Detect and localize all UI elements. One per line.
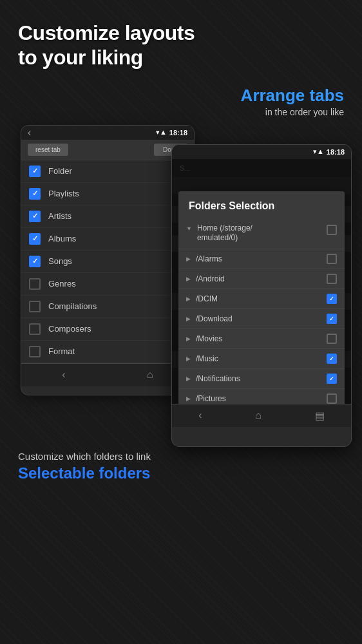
folder-list: ▼ Home (/storage/ emulated/0) ▶ /Alarms … [178,218,345,404]
front-bottom-nav: ‹ ⌂ ▤ [172,404,351,427]
android-checkbox[interactable] [327,274,337,284]
compilations-label: Compilations [48,301,97,311]
front-recents-icon[interactable]: ▤ [315,410,325,422]
dcim-checkbox[interactable] [327,294,337,304]
folder-item: ▶ /Download [178,309,345,329]
download-checkbox[interactable] [327,314,337,324]
folder-item: ▶ /Alarms [178,249,345,269]
home-folder-item: ▼ Home (/storage/ emulated/0) [178,218,345,249]
folder-item: ▶ /Movies [178,329,345,349]
playlists-checkbox[interactable] [29,188,41,200]
bottom-caption-blue: Selectable folders [18,464,344,482]
genres-label: Genres [48,279,76,289]
genres-checkbox[interactable] [29,278,41,290]
phones-container: ‹ ▾▲ 18:18 reset tab Done Folder Playlis… [10,125,352,440]
dcim-folder-name: /DCIM [196,294,321,303]
folder-item: ▶ /Pictures [178,389,345,404]
back-nav-icon[interactable]: ‹ [28,127,31,138]
front-back-icon[interactable]: ‹ [198,410,202,421]
home-expand-arrow[interactable]: ▼ [186,225,192,232]
back-wifi-icon: ▾▲ [156,128,167,137]
music-expand-arrow[interactable]: ▶ [186,355,191,362]
movies-folder-name: /Movies [196,334,321,343]
back-phone-content: Folder Playlists Artists Albums Songs Ge… [21,160,194,363]
dcim-expand-arrow[interactable]: ▶ [186,296,191,302]
music-checkbox[interactable] [327,354,337,364]
back-status-icons: ▾▲ 18:18 [156,128,187,137]
folder-label: Folder [48,166,72,176]
list-item: Folder [21,160,194,183]
back-phone-toolbar: reset tab Done [21,140,194,160]
back-bottom-nav: ‹ ⌂ [21,363,194,386]
notifications-checkbox[interactable] [327,374,337,384]
bottom-caption-text: Customize which folders to link [18,451,344,462]
reset-tab-button[interactable]: reset tab [28,144,68,156]
playlists-label: Playlists [48,189,79,198]
phone-front: ▾▲ 18:18 S... H... A... M... S... P... C… [171,144,352,447]
hero-section: Customize layouts to your liking [0,0,362,80]
list-item: Albums [21,228,194,251]
download-folder-name: /Download [196,314,321,323]
list-item: Playlists [21,183,194,205]
list-item: Format [21,341,194,363]
alarms-expand-arrow[interactable]: ▶ [186,256,191,262]
folder-item: ▶ /Android [178,269,345,289]
list-item: Compilations [21,296,194,318]
format-label: Format [48,346,75,356]
arrange-subtitle: in the order you like [18,107,344,117]
back-home-icon[interactable]: ⌂ [147,369,153,381]
front-status-icons: ▾▲ 18:18 [313,147,345,156]
front-phone-status-bar: ▾▲ 18:18 [172,145,351,159]
front-time: 18:18 [327,148,345,156]
front-wifi-icon: ▾▲ [313,147,324,156]
movies-expand-arrow[interactable]: ▶ [186,336,191,342]
folder-item: ▶ /Notifications [178,369,345,389]
composers-label: Composers [48,324,91,334]
folder-item: ▶ /DCIM [178,289,345,309]
arrange-section: Arrange tabs in the order you like [0,80,362,125]
songs-label: Songs [48,256,72,266]
albums-checkbox[interactable] [29,233,41,245]
download-expand-arrow[interactable]: ▶ [186,316,191,322]
folder-item: ▶ /Music [178,349,345,369]
list-item: Composers [21,318,194,341]
notifications-folder-name: /Notifications [196,374,321,383]
folder-checkbox[interactable] [29,166,41,177]
phone-back: ‹ ▾▲ 18:18 reset tab Done Folder Playlis… [21,125,195,395]
home-folder-checkbox[interactable] [327,225,337,235]
hero-title: Customize layouts to your liking [18,21,344,70]
back-time: 18:18 [169,129,187,137]
notifications-expand-arrow[interactable]: ▶ [186,375,191,382]
format-checkbox[interactable] [29,346,41,357]
alarms-checkbox[interactable] [327,254,337,264]
list-item: Genres [21,273,194,296]
arrange-title: Arrange tabs [18,86,344,106]
front-home-icon[interactable]: ⌂ [255,410,262,421]
android-expand-arrow[interactable]: ▶ [186,276,191,282]
folders-selection-dialog: Folders Selection ▼ Home (/storage/ emul… [178,191,345,404]
dialog-title: Folders Selection [178,191,345,218]
android-folder-name: /Android [196,274,321,283]
pictures-checkbox[interactable] [327,393,337,404]
bottom-caption: Customize which folders to link Selectab… [0,440,362,488]
back-back-icon[interactable]: ‹ [62,369,65,381]
music-folder-name: /Music [196,354,321,363]
pictures-folder-name: /Pictures [196,394,321,403]
composers-checkbox[interactable] [29,323,41,335]
back-phone-status-bar: ‹ ▾▲ 18:18 [21,126,194,140]
list-item: Songs [21,251,194,273]
alarms-folder-name: /Alarms [196,254,321,263]
list-item: Artists [21,205,194,228]
compilations-checkbox[interactable] [29,301,41,312]
movies-checkbox[interactable] [327,334,337,344]
home-folder-name: Home (/storage/ emulated/0) [197,223,321,243]
pictures-expand-arrow[interactable]: ▶ [186,395,191,402]
songs-checkbox[interactable] [29,256,41,267]
artists-label: Artists [48,211,71,221]
albums-label: Albums [48,234,76,243]
artists-checkbox[interactable] [29,211,41,222]
